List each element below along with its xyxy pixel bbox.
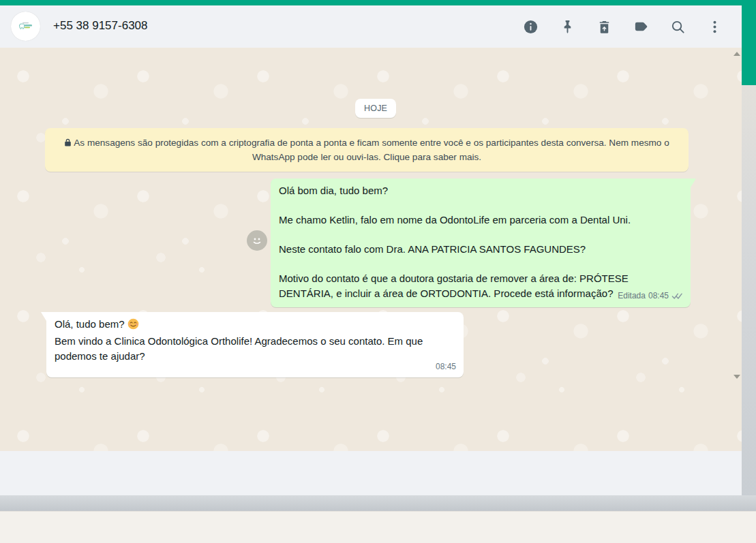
double-check-icon [671,292,683,300]
lock-icon [64,138,74,148]
smiling-face-emoji [127,318,139,334]
message-paragraph: Motivo do contato é que a doutora gostar… [279,271,655,301]
desktop-right-strip [742,85,756,495]
trash-icon[interactable] [596,19,612,35]
label-icon[interactable] [633,19,649,35]
window-accent-right [742,5,756,85]
screen: +55 38 9157-6308 HOJE [0,0,756,543]
encryption-banner[interactable]: As mensagens são protegidas com a cripto… [45,128,689,172]
search-icon[interactable] [670,19,686,35]
message-paragraph: Olá bom dia, tudo bem? [279,183,655,198]
conversation-panel: HOJE As mensagens são protegidas com a c… [0,48,742,451]
desktop-strip [0,495,756,511]
message-paragraph: Neste contato falo com Dra. ANA PATRICIA… [279,242,655,257]
message-greeting-line: Olá, tudo bem? [55,317,455,334]
message-paragraph: Me chamo Ketlin, falo em nome da OdontoL… [279,213,655,228]
window-accent-bar [0,0,756,5]
scroll-up-arrow[interactable] [734,52,740,56]
scroll-down-arrow[interactable] [734,375,740,379]
encryption-text: As mensagens são protegidas com a cripto… [74,138,669,162]
contact-avatar[interactable] [11,12,40,41]
chat-header: +55 38 9157-6308 [0,5,742,48]
outgoing-message[interactable]: Olá bom dia, tudo bem? Me chamo Ketlin, … [271,179,691,307]
message-time: 08:45 [648,288,669,303]
react-smiley-icon [250,234,264,247]
bubble-tail [41,312,46,321]
greeting-text: Olá, tudo bem? [55,318,125,330]
message-body: Bem vindo a Clinica Odontológica Ortholi… [55,334,455,364]
date-divider: HOJE [355,99,396,118]
edited-label: Editada [618,288,646,303]
message-meta: Editada 08:45 [618,288,683,303]
contact-phone-number[interactable]: +55 38 9157-6308 [53,19,148,33]
clinic-logo [16,16,36,37]
info-icon[interactable] [523,19,539,35]
taskbar: Pesquisar PRE [0,511,756,543]
pin-icon[interactable] [560,19,575,35]
incoming-message[interactable]: Olá, tudo bem? Bem vindo a Clinica Odont… [46,312,464,377]
composer-bar [0,451,742,495]
menu-icon[interactable] [707,19,723,35]
header-actions [523,5,723,48]
bubble-tail [691,179,696,187]
message-time: 08:45 [436,359,456,374]
react-emoji-button[interactable] [247,230,267,251]
